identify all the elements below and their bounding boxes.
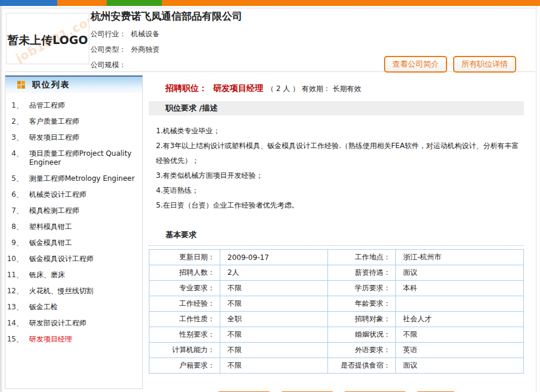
description-line: 4.英语熟练；: [156, 183, 519, 198]
view-company-profile-button[interactable]: 查看公司简介: [384, 56, 447, 73]
job-list-item-11[interactable]: 11、铣床、磨床: [5, 267, 139, 283]
job-list-item-4[interactable]: 4、项目质量工程师Project Quality Engineer: [5, 146, 139, 171]
company-size-row: 公司规模：: [90, 57, 160, 73]
company-type-label: 公司类型：: [90, 45, 126, 54]
recruit-target-label: 招聘对象：: [328, 312, 396, 327]
job-list-item-15-active[interactable]: 15、研发项目经理: [5, 331, 139, 347]
job-item-label: 研发项目经理: [29, 335, 139, 344]
page: job1001.com 暂未上传LOGO 杭州安费诺飞凤通信部品有限公司 公司行…: [0, 0, 540, 392]
topbar-orange-segment: [57, 0, 107, 6]
job-item-label: 塑料模具钳工: [29, 222, 139, 231]
job-item-number: 1、: [5, 101, 29, 110]
job-item-number: 8、: [5, 222, 29, 231]
validity-label: 有效期：: [302, 84, 330, 93]
job-item-label: 品管工程师: [29, 101, 139, 110]
headcount-label: 招聘人数：: [149, 265, 220, 281]
job-title: 研发项目经理: [213, 83, 263, 93]
job-list-item-9[interactable]: 9、钣金模具钳工: [5, 235, 139, 251]
room-board-value: 面议: [396, 358, 524, 374]
gender-requirement-label: 性别要求：: [149, 327, 220, 343]
company-industry-value: 机械设备: [131, 30, 160, 38]
room-board-label: 是否提供食宿：: [328, 358, 396, 374]
job-item-label: 项目质量工程师Project Quality Engineer: [29, 149, 139, 167]
residency-requirement-value: 不限: [220, 358, 328, 374]
company-type-row: 公司类型：外商独资: [90, 42, 160, 57]
description-line: 3.有类似机械方面项目开发经验；: [156, 168, 519, 183]
job-item-label: 钣金模具设计工程师: [29, 255, 139, 264]
table-row: 户籍要求： 不限 是否提供食宿： 面议: [149, 358, 524, 374]
job-item-number: 14、: [5, 319, 29, 328]
company-name: 杭州安费诺飞凤通信部品有限公司: [90, 10, 242, 23]
job-item-number: 15、: [5, 335, 29, 344]
work-experience-label: 工作经验：: [149, 296, 220, 312]
job-list-item-5[interactable]: 5、测量工程师Metrology Engineer: [5, 171, 139, 187]
job-item-label: 模具检测工程师: [29, 206, 139, 215]
topbar-orange-long-segment: [162, 0, 540, 6]
foreign-language-value: 英语: [396, 343, 524, 358]
gender-requirement-value: 不限: [220, 327, 328, 343]
job-item-label: 机械类设计工程师: [29, 190, 139, 199]
job-item-number: 13、: [5, 303, 29, 312]
job-item-label: 铣床、磨床: [29, 271, 139, 280]
job-list-item-14[interactable]: 14、研发部设计工程师: [5, 315, 139, 331]
update-date-value: 2009-09-17: [220, 250, 328, 265]
job-list-item-13[interactable]: 13、钣金工检: [5, 299, 139, 315]
table-row: 招聘人数： 2人 薪资待遇： 面议: [149, 265, 524, 281]
job-item-number: 2、: [5, 117, 29, 126]
topbar-blue-segment: [0, 0, 57, 6]
job-item-number: 7、: [5, 206, 29, 215]
job-list-item-1[interactable]: 1、品管工程师: [5, 98, 139, 114]
header-buttons: 查看公司简介 所有职位详情: [384, 56, 516, 73]
job-item-label: 测量工程师Metrology Engineer: [29, 174, 139, 183]
work-experience-value: 不限: [220, 296, 328, 312]
job-item-label: 研发部设计工程师: [29, 319, 139, 328]
job-type-value: 全职: [220, 312, 328, 327]
job-list-item-8[interactable]: 8、塑料模具钳工: [5, 219, 139, 235]
job-item-label: 客户质量工程师: [29, 117, 139, 126]
job-list-item-2[interactable]: 2、客户质量工程师: [5, 114, 139, 130]
major-requirement-label: 专业要求：: [149, 281, 220, 296]
squares-icon: [17, 81, 25, 89]
major-requirement-value: 不限: [220, 281, 328, 296]
job-requirements-section-title: 职位要求 /描述: [149, 101, 524, 115]
job-list-item-7[interactable]: 7、模具检测工程师: [5, 203, 139, 219]
table-row: 工作性质： 全职 招聘对象： 社会人才: [149, 312, 524, 327]
salary-value: 面议: [396, 265, 524, 281]
age-requirement-label: 年龄要求：: [328, 296, 396, 312]
education-label: 学历要求：: [328, 281, 396, 296]
foreign-language-label: 外语要求：: [328, 343, 396, 358]
job-item-label: 钣金模具钳工: [29, 239, 139, 247]
work-location-label: 工作地点：: [328, 250, 396, 265]
job-list-header: 职位列表: [5, 76, 142, 93]
company-industry-label: 公司行业：: [90, 30, 126, 38]
job-header-line: 招聘职位：研发项目经理（ 2 人 ） 有效期： 长期有效: [149, 75, 524, 101]
job-list-item-6[interactable]: 6、机械类设计工程师: [5, 187, 139, 203]
residency-requirement-label: 户籍要求：: [149, 358, 220, 374]
age-requirement-value: [396, 296, 524, 312]
job-detail-main: 招聘职位：研发项目经理（ 2 人 ） 有效期： 长期有效 职位要求 /描述 1.…: [149, 75, 524, 392]
computer-skill-label: 计算机能力：: [149, 343, 220, 358]
marital-status-label: 婚姻状况：: [328, 327, 396, 343]
job-item-number: 3、: [5, 133, 29, 142]
job-list-item-3[interactable]: 3、研发项目工程师: [5, 130, 139, 146]
job-item-number: 10、: [5, 255, 29, 264]
logo-placeholder-text: 暂未上传LOGO: [7, 33, 89, 48]
table-row: 计算机能力： 不限 外语要求： 英语: [149, 343, 524, 358]
job-item-number: 11、: [5, 271, 29, 280]
company-logo-placeholder: job1001.com 暂未上传LOGO: [6, 13, 89, 64]
table-row: 工作经验： 不限 年龄要求：: [149, 296, 524, 312]
education-value: 本科: [396, 281, 524, 296]
table-row: 性别要求： 不限 婚姻状况： 不限: [149, 327, 524, 343]
job-description: 1.机械类专业毕业； 2.有3年以上结构设计或塑料模具、钣金模具设计工作经验.（…: [149, 115, 524, 217]
table-row: 专业要求： 不限 学历要求： 本科: [149, 281, 524, 296]
topbar-green-segment: [107, 0, 162, 6]
computer-skill-value: 不限: [220, 343, 328, 358]
update-date-label: 更新日期：: [149, 250, 220, 265]
job-list-item-10[interactable]: 10、钣金模具设计工程师: [5, 251, 139, 267]
marital-status-value: 不限: [396, 327, 524, 343]
all-jobs-detail-button[interactable]: 所有职位详情: [453, 56, 516, 73]
company-fields: 公司行业：机械设备 公司类型：外商独资 公司规模：: [90, 26, 160, 73]
job-list-item-12[interactable]: 12、火花机、慢丝线切割: [5, 283, 139, 299]
job-item-label: 钣金工检: [29, 303, 139, 312]
job-list: 1、品管工程师 2、客户质量工程师 3、研发项目工程师 4、项目质量工程师Pro…: [5, 93, 142, 352]
